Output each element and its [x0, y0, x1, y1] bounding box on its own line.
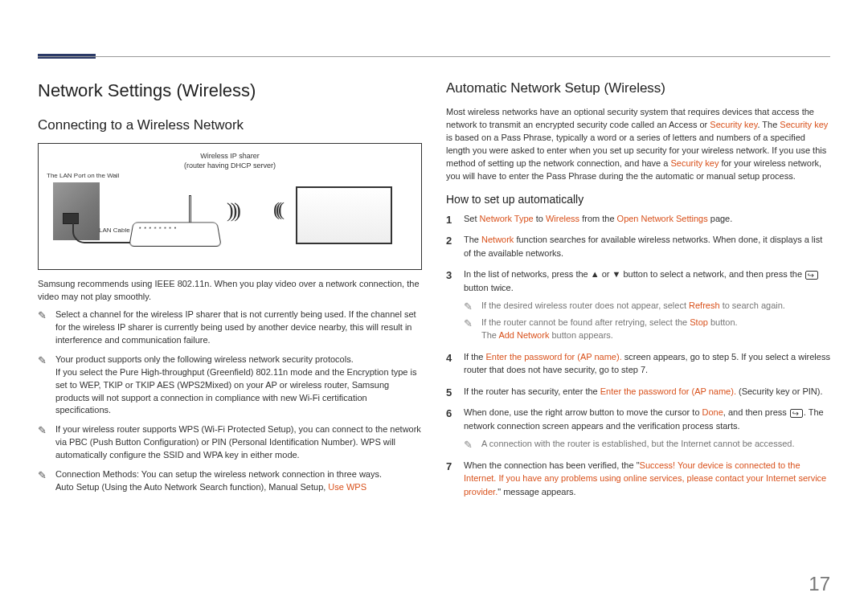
- step-item: 4 If the Enter the password for (AP name…: [446, 350, 830, 377]
- page-content: Network Settings (Wireless) Connecting t…: [38, 80, 830, 506]
- highlight: Add Network: [498, 330, 549, 340]
- sub-notes: If the desired wireless router does not …: [464, 299, 830, 342]
- note-highlight: Use WPS: [328, 482, 366, 492]
- page-number: 17: [809, 573, 830, 595]
- howto-heading: How to set up automatically: [446, 193, 830, 206]
- steps-list: 1 Set Network Type to Wireless from the …: [446, 212, 830, 499]
- text: In the list of networks, press the ▲ or …: [464, 269, 805, 279]
- step-number: 7: [446, 459, 452, 475]
- text: If the desired wireless router does not …: [481, 300, 689, 310]
- highlight: Network Type: [480, 214, 534, 223]
- step-number: 1: [446, 212, 452, 228]
- note-item: Your product supports only the following…: [38, 353, 422, 418]
- text: Set: [464, 214, 480, 223]
- highlight: Network: [481, 235, 514, 244]
- intro-paragraph: Samsung recommends using IEEE 802.11n. W…: [38, 278, 422, 304]
- router-icon: [131, 206, 219, 247]
- page-title: Network Settings (Wireless): [38, 80, 422, 101]
- wireless-waves-in-icon: (((: [273, 198, 280, 220]
- step-number: 6: [446, 406, 452, 422]
- highlight: Security key: [780, 120, 828, 129]
- text: If the router has security, enter the: [464, 386, 600, 396]
- text: button appears.: [549, 330, 613, 340]
- diagram-label-sharer-line1: Wireless IP sharer: [200, 152, 259, 160]
- highlight: Enter the password for (AP name).: [486, 352, 622, 362]
- sub-note-item: If the router cannot be found after retr…: [464, 316, 830, 342]
- text: The: [464, 235, 481, 244]
- right-column: Automatic Network Setup (Wireless) Most …: [446, 80, 830, 506]
- step-item: 2 The Network function searches for avai…: [446, 233, 830, 260]
- sub-note-item: A connection with the router is establis…: [464, 437, 830, 451]
- text: function searches for available wireless…: [464, 235, 822, 258]
- text: , and then press: [723, 407, 789, 417]
- intro-paragraph: Most wireless networks have an optional …: [446, 106, 830, 183]
- step-item: 6 When done, use the right arrow button …: [446, 406, 830, 451]
- note-item: Connection Methods: You can setup the wi…: [38, 468, 422, 494]
- sub-note-item: If the desired wireless router does not …: [464, 299, 830, 313]
- text: to search again.: [720, 300, 785, 310]
- text: If the router cannot be found after retr…: [481, 317, 690, 327]
- text: from the: [579, 214, 616, 223]
- step-number: 4: [446, 350, 452, 366]
- step-item: 5 If the router has security, enter the …: [446, 385, 830, 398]
- highlight: Done: [702, 407, 723, 417]
- step-item: 3 In the list of networks, press the ▲ o…: [446, 268, 830, 342]
- text: page.: [708, 214, 733, 223]
- step-item: 7 When the connection has been verified,…: [446, 459, 830, 499]
- tv-icon: [296, 186, 392, 244]
- sub-notes: A connection with the router is establis…: [464, 437, 830, 451]
- highlight: Enter the password for (AP name).: [600, 386, 736, 396]
- highlight: Security key: [710, 120, 757, 129]
- subsection-heading: Automatic Network Setup (Wireless): [446, 80, 830, 96]
- text: (Security key or PIN).: [736, 386, 823, 396]
- note-item: Select a channel for the wireless IP sha…: [38, 309, 422, 347]
- diagram-label-sharer: Wireless IP sharer (router having DHCP s…: [47, 152, 413, 170]
- step-number: 2: [446, 233, 452, 249]
- subsection-heading: Connecting to a Wireless Network: [38, 117, 422, 133]
- diagram-label-wall: The LAN Port on the Wall: [47, 172, 119, 179]
- step-number: 3: [446, 268, 452, 284]
- step-number: 5: [446, 385, 452, 401]
- text: button.: [708, 317, 738, 327]
- enter-icon: [790, 409, 803, 418]
- highlight: Security key: [670, 158, 719, 168]
- network-diagram: Wireless IP sharer (router having DHCP s…: [38, 143, 422, 270]
- highlight: Wireless: [546, 214, 579, 223]
- text: When done, use the right arrow button to…: [464, 407, 702, 417]
- diagram-label-lan: LAN Cable: [99, 227, 130, 234]
- enter-icon: [805, 271, 818, 280]
- text: . The: [757, 120, 780, 129]
- highlight: Refresh: [689, 300, 720, 310]
- step-item: 1 Set Network Type to Wireless from the …: [446, 212, 830, 226]
- text: to: [534, 214, 546, 223]
- text: button twice.: [464, 283, 514, 292]
- highlight: Stop: [690, 317, 708, 327]
- wireless-waves-out-icon: ))): [227, 198, 238, 223]
- text: " message appears.: [497, 487, 575, 497]
- text: If the: [464, 352, 486, 362]
- notes-list: Select a channel for the wireless IP sha…: [38, 309, 422, 494]
- note-item: If your wireless router supports WPS (Wi…: [38, 423, 422, 462]
- highlight: Open Network Settings: [617, 214, 708, 223]
- text: When the connection has been verified, t…: [464, 460, 640, 470]
- router-body-icon: [129, 223, 222, 247]
- diagram-scene: The LAN Port on the Wall ))) (((: [47, 174, 413, 251]
- left-column: Network Settings (Wireless) Connecting t…: [38, 80, 422, 506]
- header-rule: [38, 56, 830, 57]
- diagram-label-sharer-line2: (router having DHCP server): [184, 161, 276, 170]
- text: The: [481, 330, 498, 340]
